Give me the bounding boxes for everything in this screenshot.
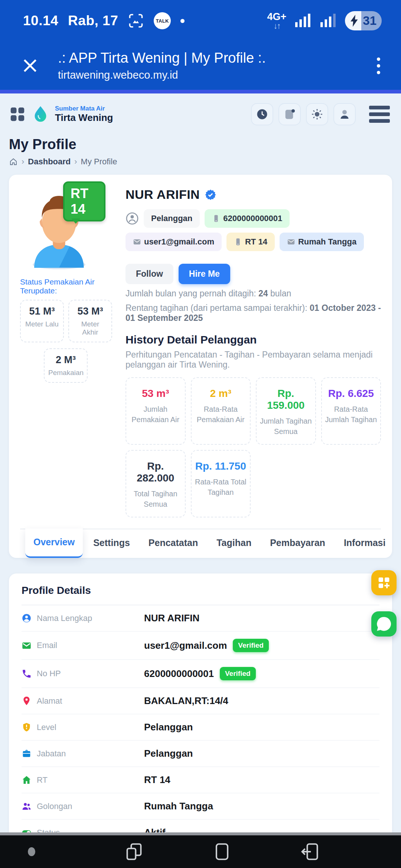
battery-percent: 31: [361, 11, 382, 30]
brand-logo[interactable]: Sumber Mata Air Tirta Wening: [9, 105, 113, 124]
notifications-button[interactable]: [278, 103, 301, 125]
person-icon: [338, 108, 351, 121]
charging-bolt-icon: [349, 14, 359, 27]
notification-dot-icon: [180, 19, 185, 23]
stat-card: Rp. 282.000 Total Tagihan Semua: [125, 450, 186, 517]
verified-badge-icon: [205, 189, 216, 200]
history-title: History Detail Pelanggan: [125, 333, 381, 346]
status-time: 10.14: [23, 13, 58, 29]
screenshot-icon: [128, 13, 144, 29]
back-button[interactable]: [296, 838, 323, 865]
theme-toggle-button[interactable]: [306, 103, 328, 125]
detail-row-icon: [22, 722, 32, 732]
clock-button[interactable]: [251, 103, 273, 125]
sun-icon: [311, 108, 323, 121]
profile-badge-pill: RT 14: [226, 233, 275, 251]
meter-card: 2 M³ Pemakaian: [44, 348, 88, 383]
profile-tab[interactable]: Pencatatan: [140, 529, 206, 558]
detail-row-icon: [22, 801, 32, 811]
verified-badge: Verified: [233, 639, 269, 652]
detail-row: Email user1@gmail.com Verified: [22, 632, 379, 660]
grid-plus-icon: [376, 575, 391, 590]
whatsapp-icon: [376, 616, 392, 632]
detail-row-icon: [22, 775, 32, 785]
home-button[interactable]: [209, 838, 235, 865]
water-drop-logo-icon: [31, 105, 50, 124]
detail-row-icon: [22, 696, 32, 706]
stat-card: Rp. 6.625 Rata-Rata Jumlah Tagihan: [321, 377, 381, 445]
nav-hide-dot[interactable]: [28, 847, 35, 856]
verified-badge: Verified: [220, 667, 256, 680]
history-stats: 53 m³ Jumlah Pemakaian Air 2 m³ Rata-Rat…: [125, 377, 381, 517]
stat-card: Rp. 11.750 Rata-Rata Total Tagihan: [191, 450, 251, 517]
detail-row-icon: [22, 641, 32, 651]
pill-icon: [212, 214, 220, 223]
brand-name: Tirta Wening: [55, 112, 113, 124]
android-nav-bar: [0, 835, 401, 868]
profile-tab[interactable]: Overview: [25, 529, 83, 558]
hamburger-menu-icon[interactable]: [367, 103, 392, 125]
page-title: My Profile: [9, 137, 392, 152]
stat-card: 53 m³ Jumlah Pemakaian Air: [125, 377, 186, 445]
quick-actions-fab[interactable]: [371, 570, 397, 595]
customer-name: NUR ARIFIN: [125, 187, 200, 202]
app-header: Sumber Mata Air Tirta Wening: [9, 98, 392, 131]
rt-sign: RT 14: [63, 181, 105, 221]
meter-card: 51 M³ Meter Lalu: [20, 300, 64, 342]
detail-row: RT RT 14: [22, 767, 379, 793]
profile-tabs: Overview Settings Pencatatan Tagihan Pem…: [20, 529, 381, 558]
follow-button[interactable]: Follow: [125, 264, 173, 284]
header-accent-strip: [0, 90, 401, 93]
signal-bars-icon: [294, 13, 312, 29]
home-icon[interactable]: [9, 157, 18, 166]
detail-row: Alamat BAKALAN,RT:14/4: [22, 688, 379, 714]
app-grid-icon[interactable]: [9, 106, 26, 123]
detail-row: No HP 6200000000001 Verified: [22, 660, 379, 688]
meter-card: 53 M³ Meter Akhir: [68, 300, 112, 342]
meter-cards: 51 M³ Meter Lalu 53 M³ Meter Akhir 2 M³ …: [20, 300, 113, 383]
status-bar: 10.14 Rab, 17 TALK 4G+↓↑ 31: [0, 0, 401, 42]
stat-card: 2 m³ Rata-Rata Pemakaian Air: [191, 377, 251, 445]
hire-me-button[interactable]: Hire Me: [179, 264, 230, 284]
battery-indicator: 31: [345, 11, 382, 30]
breadcrumb: › Dashboard › My Profile: [9, 157, 392, 167]
profile-tab[interactable]: Pembayaran: [262, 529, 333, 558]
whatsapp-fab[interactable]: [371, 611, 397, 637]
breadcrumb-current: My Profile: [81, 157, 117, 167]
browser-url[interactable]: tirtawening.webeco.my.id: [58, 69, 266, 81]
page-content: Sumber Mata Air Tirta Wening My Profile …: [0, 93, 401, 868]
profile-badge-pill: user1@gmail.com: [125, 233, 222, 251]
brand-tagline: Sumber Mata Air: [55, 105, 113, 112]
stat-card: Rp. 159.000 Jumlah Tagihan Semua: [256, 377, 316, 445]
browser-menu-icon[interactable]: [374, 55, 383, 77]
detail-row-icon: [22, 613, 32, 623]
profile-tab[interactable]: Settings: [85, 529, 138, 558]
breadcrumb-dashboard[interactable]: Dashboard: [28, 157, 71, 167]
detail-row-icon: [22, 749, 32, 759]
detail-row: Nama Lengkap NUR ARIFIN: [22, 605, 379, 632]
profile-tab[interactable]: Informasi: [336, 529, 394, 558]
user-circle-icon: [125, 212, 139, 225]
pill-icon: [287, 238, 295, 246]
profile-badge-pill: Pelanggan: [144, 209, 200, 228]
profile-badge-pill: 6200000000001: [205, 209, 290, 228]
close-icon[interactable]: [22, 57, 39, 74]
meter-section-label: Status Pemakaian Air Terupdate:: [20, 277, 113, 295]
nav-separator: [0, 832, 401, 835]
browser-page-title: .: APP Tirta Wening | My Profile :.: [58, 50, 266, 66]
profile-details-card: Profile Details Nama Lengkap NUR ARIFIN …: [9, 573, 392, 868]
billed-months-line: Jumlah bulan yang pernah ditagih: 24 bul…: [125, 289, 381, 299]
account-button[interactable]: [333, 103, 356, 125]
profile-badges: Pelanggan 6200000000001 user1@gmail.com: [125, 209, 381, 251]
recents-button[interactable]: [121, 838, 147, 865]
pill-icon: [133, 238, 141, 246]
detail-row: Golongan Rumah Tangga: [22, 793, 379, 820]
profile-tab[interactable]: Tagihan: [208, 529, 260, 558]
talk-chat-icon: TALK: [154, 12, 171, 29]
profile-tab[interactable]: Logs: [396, 529, 401, 558]
avatar: RT 14: [20, 187, 105, 271]
history-subtitle: Perhitungan Pencatatan - Tagihan - Pemba…: [125, 350, 381, 370]
browser-header: .: APP Tirta Wening | My Profile :. tirt…: [0, 42, 401, 90]
profile-card: RT 14 Status Pemakaian Air Terupdate: 51…: [9, 175, 392, 558]
network-type: 4G+↓↑: [267, 12, 286, 30]
